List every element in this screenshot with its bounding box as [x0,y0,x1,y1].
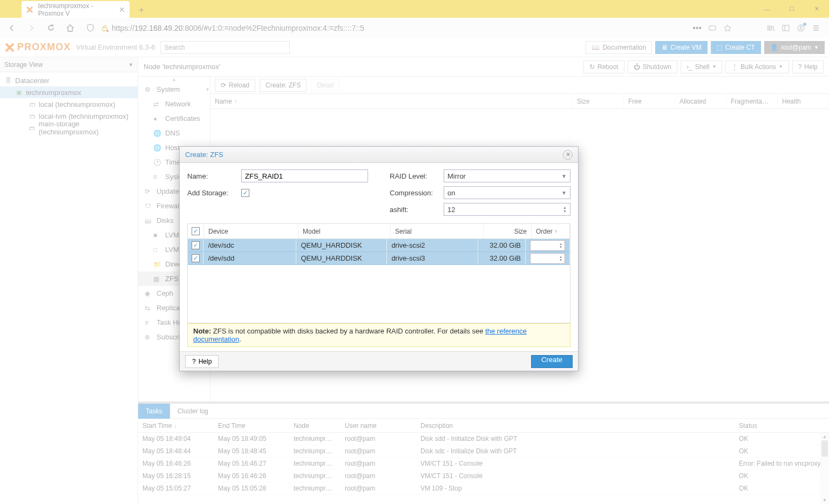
tree-storage-local[interactable]: 🗃local (techniumproxmox) [0,98,138,110]
reboot-button[interactable]: ↻Reboot [583,60,624,73]
search-input[interactable] [160,41,290,54]
scroll-thumb[interactable] [821,440,828,457]
shutdown-button[interactable]: ⏻Shutdown [628,60,677,73]
log-col-node[interactable]: Node [289,419,341,432]
log-col-status[interactable]: Status [735,419,829,432]
dialog-help-button[interactable]: ?Help [185,355,219,368]
label-compression: Compression: [390,189,444,197]
window-minimize-button[interactable]: — [755,0,779,18]
tree-node[interactable]: ▣techniumproxmox [0,86,138,98]
disk-row[interactable]: ✓ /dev/sdc QEMU_HARDDISK drive-scsi2 32.… [188,239,570,252]
col-serial[interactable]: Serial [391,224,484,239]
disk-checkbox[interactable]: ✓ [192,254,200,262]
shell-button[interactable]: ›_Shell▼ [681,60,722,73]
disk-checkbox[interactable]: ✓ [192,241,200,249]
tree-storage-main[interactable]: 🗃main-storage (techniumproxmox) [0,122,138,134]
log-row[interactable]: May 05 15:05:27 May 05 15:05:28 technium… [138,482,829,495]
log-col-user[interactable]: User name [341,419,416,432]
menu-icon[interactable] [812,24,820,32]
ceph-icon: ◉ [145,290,152,297]
server-icon: 🗄 [4,77,12,84]
submenu-dns[interactable]: 🌐DNS [138,126,210,140]
scroll-up-icon[interactable]: ▲ [820,433,829,440]
list-icon: ≡ [153,173,161,181]
col-free[interactable]: Free [624,94,675,108]
col-name[interactable]: Name ↑ [210,94,573,108]
browser-tab[interactable]: techniumproxmox - Proxmox V ✕ [22,1,130,18]
create-zfs-button[interactable]: Create: ZFS [260,79,307,92]
create-ct-button[interactable]: ⬚Create CT [711,41,761,54]
support-icon: ⊕ [145,333,152,341]
disk-row[interactable]: ✓ /dev/sdd QEMU_HARDDISK drive-scsi3 32.… [188,252,570,265]
zfs-note: Note: ZFS is not compatible with disks b… [187,323,570,347]
sidebar-icon[interactable] [782,24,790,32]
reload-button[interactable] [43,21,58,36]
back-button[interactable] [4,21,19,36]
submenu-system[interactable]: ⚙System▼ [138,82,210,97]
dialog-create-button[interactable]: Create [531,355,573,368]
log-col-desc[interactable]: Description [416,419,735,432]
log-row[interactable]: May 05 18:48:44 May 05 18:48:45 technium… [138,445,829,458]
resource-tree-panel: Storage View▼ 🗄Datacenter ▣techniumproxm… [0,57,138,504]
name-input[interactable] [241,169,368,182]
chevron-down-icon: ▼ [779,64,783,69]
raid-level-select[interactable]: Mirror▼ [444,169,570,182]
tree-datacenter[interactable]: 🗄Datacenter [0,74,138,86]
proxmox-logo[interactable]: PROXMOX [4,42,71,53]
disk-serial: drive-scsi2 [387,239,478,251]
col-device[interactable]: Device [204,224,298,239]
more-icon[interactable]: ••• [692,23,702,33]
account-icon[interactable] [797,24,805,32]
disk-order-input[interactable]: ▲▼ [530,253,565,264]
tab-tasks[interactable]: Tasks [138,404,170,419]
forward-button[interactable] [24,21,39,36]
header-checkbox[interactable]: ✓ [188,224,204,239]
window-maximize-button[interactable]: ☐ [779,0,804,18]
log-row[interactable]: May 05 18:49:04 May 05 18:49:05 technium… [138,433,829,445]
reload-button[interactable]: ⟳Reload [215,79,255,92]
user-menu-button[interactable]: 👤root@pam▼ [764,41,825,54]
tab-title: techniumproxmox - Proxmox V [38,2,119,17]
home-button[interactable] [63,21,78,36]
url-bar[interactable]: https://192.168.49.20:8006/#v1:0:=node%2… [82,20,684,36]
globe-icon: 🌐 [153,130,161,137]
tab-cluster-log[interactable]: Cluster log [170,404,216,419]
log-col-start[interactable]: Start Time ↓ [138,419,214,432]
col-model[interactable]: Model [298,224,391,239]
log-row[interactable]: May 05 16:28:15 May 05 16:46:26 technium… [138,470,829,482]
square-outline-icon: □ [153,246,161,254]
bulk-actions-button[interactable]: ⋮Bulk Actions▼ [725,60,789,73]
new-tab-button[interactable]: + [134,3,149,18]
add-storage-checkbox[interactable]: ✓ [241,189,249,197]
chevron-down-icon: ▼ [561,190,567,196]
log-row[interactable]: May 05 16:46:26 May 05 16:46:27 technium… [138,458,829,470]
node-header: Node 'techniumproxmox' ↻Reboot ⏻Shutdown… [138,57,829,77]
square-icon: ■ [153,231,161,239]
col-size[interactable]: Size [484,224,532,239]
col-allocated[interactable]: Allocated [675,94,726,108]
submenu-network[interactable]: ⇄Network [138,97,210,111]
dialog-header[interactable]: Create: ZFS ✕ [180,147,578,163]
col-fragmentation[interactable]: Fragmenta… [726,94,778,108]
ashift-input[interactable]: 12▲▼ [444,203,570,216]
log-col-end[interactable]: End Time [214,419,289,432]
documentation-button[interactable]: 📖Documentation [586,41,652,54]
col-size[interactable]: Size [573,94,624,108]
scroll-down-icon[interactable]: ▼ [820,496,829,504]
dialog-close-button[interactable]: ✕ [563,150,573,160]
bookmark-icon[interactable] [723,24,732,32]
chevron-down-icon: ▼ [814,45,819,50]
tab-close-icon[interactable]: ✕ [119,5,125,14]
library-icon[interactable] [766,24,775,32]
col-health[interactable]: Health [778,94,829,108]
protection-icon[interactable] [708,24,717,32]
log-scrollbar[interactable]: ▲ ▼ [820,433,829,504]
help-button[interactable]: ?Help [792,60,824,73]
disk-order-input[interactable]: ▲▼ [530,240,565,251]
col-order[interactable]: Order ↑ [532,224,570,239]
create-vm-button[interactable]: 🖥Create VM [655,41,707,54]
view-selector[interactable]: Storage View▼ [0,57,138,72]
window-close-button[interactable]: ✕ [804,0,829,18]
compression-select[interactable]: on▼ [444,186,570,199]
submenu-certificates[interactable]: ●Certificates [138,111,210,126]
